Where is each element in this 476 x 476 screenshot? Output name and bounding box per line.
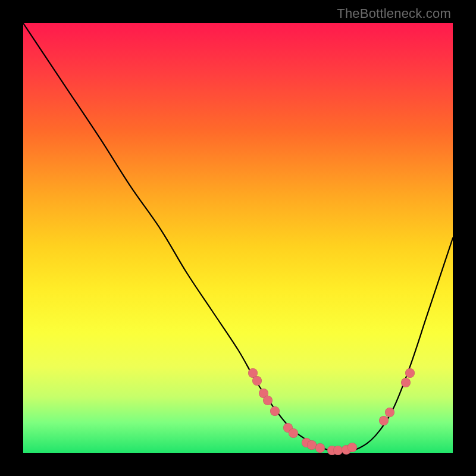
plot-area: [23, 23, 453, 453]
curve-layer: [23, 23, 453, 453]
data-point: [263, 396, 273, 405]
data-point: [252, 376, 262, 386]
data-point: [385, 408, 394, 417]
data-point: [379, 416, 389, 425]
data-point: [289, 428, 298, 438]
data-point: [270, 406, 280, 416]
data-point: [315, 443, 325, 453]
data-point: [347, 443, 357, 452]
data-point: [401, 378, 411, 387]
bottleneck-curve: [23, 23, 453, 453]
chart-stage: TheBottleneck.com: [0, 0, 476, 476]
watermark-text: TheBottleneck.com: [337, 6, 451, 21]
data-point: [405, 368, 415, 378]
